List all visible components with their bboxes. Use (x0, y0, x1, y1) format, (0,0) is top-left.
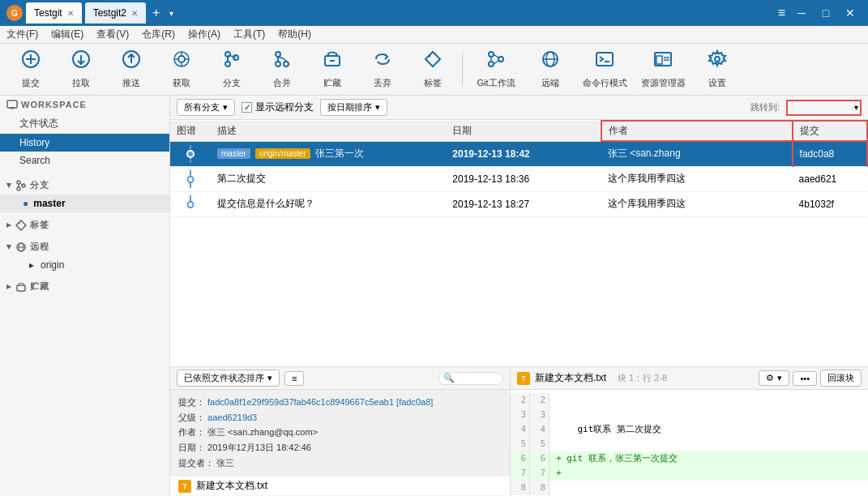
committer-value: 张三 (216, 458, 234, 468)
master-dot-icon: ● (23, 198, 28, 209)
svg-line-31 (494, 61, 498, 64)
diff-line-4: 5 5 (511, 437, 868, 451)
jump-to-label: 跳转到: (750, 101, 780, 113)
file-row-1[interactable]: T 新建文本文档.txt (170, 477, 510, 496)
author-3: 这个库我用季四这 (608, 198, 686, 209)
commit-hash-1: fadc0a8 (800, 148, 835, 160)
workspace-header[interactable]: WORKSPACE (0, 96, 169, 113)
close-button[interactable]: ✕ (839, 5, 862, 21)
commit-line: 提交： fadc0a8f1e29f959d37fab46c1c8949667c5… (178, 395, 502, 410)
tab-testgit2-close[interactable]: ✕ (131, 9, 138, 18)
rollback-btn[interactable]: 回滚块 (820, 370, 862, 387)
sort-by-date-btn[interactable]: 按日期排序 ▾ (320, 99, 387, 116)
rollback-label: 回滚块 (827, 372, 854, 384)
stash-label: 贮藏 (30, 280, 49, 293)
settings-icon (708, 49, 727, 74)
tab-testgit-close[interactable]: ✕ (67, 9, 74, 18)
toolbar-explorer-label: 资源管理器 (641, 77, 686, 89)
svg-point-25 (429, 55, 431, 58)
menu-file[interactable]: 文件(F) (0, 26, 45, 43)
svg-point-28 (498, 57, 503, 62)
diff-content-7 (549, 481, 562, 495)
diff-view: 2 2 3 3 4 4 git联系 第二次提交 (511, 390, 868, 496)
toolbar-gitflow[interactable]: Git工作流 (468, 47, 524, 92)
toolbar-remote[interactable]: 远端 (526, 47, 575, 92)
toolbar-fetch[interactable]: 获取 (157, 47, 206, 92)
hamburger-icon[interactable]: ≡ (775, 2, 789, 24)
sidebar-origin[interactable]: ▸ origin (0, 256, 169, 274)
diff-line-5: 6 6 + git 联系，张三第一次提交 (511, 451, 868, 466)
svg-point-19 (276, 52, 280, 57)
diff-num-left-7: 8 (511, 481, 530, 495)
toolbar-commit[interactable]: 提交 (6, 47, 55, 92)
remote-header[interactable]: ▾ 远程 (0, 237, 169, 256)
sort-status-btn[interactable]: 已依照文件状态排序 ▾ (177, 370, 280, 387)
tab-testgit2[interactable]: Testgit2 ✕ (85, 2, 146, 24)
history-label: History (19, 137, 49, 148)
remote-icon (541, 49, 560, 74)
toolbar-push[interactable]: 推送 (107, 47, 156, 92)
sidebar-master[interactable]: ● master (0, 195, 169, 212)
tags-header[interactable]: ▸ 标签 (0, 216, 169, 234)
diff-line-2: 3 3 (511, 408, 868, 422)
graph-cell-2 (170, 166, 211, 191)
menubar: 文件(F) 编辑(E) 查看(V) 仓库(R) 操作(A) 工具(T) 帮助(H… (0, 26, 868, 44)
menu-tools[interactable]: 工具(T) (227, 26, 272, 43)
toolbar-stash[interactable]: 贮藏 (308, 47, 357, 92)
sidebar-history[interactable]: History (0, 134, 169, 152)
tab-testgit[interactable]: Testgit ✕ (26, 2, 82, 24)
tab-dropdown-icon[interactable]: ▾ (166, 7, 177, 19)
toolbar-terminal-label: 命令行模式 (583, 77, 627, 89)
diff-num-right-6: 7 (530, 466, 549, 481)
bottom-right-panel: T 新建文本文档.txt 块 1：行 2-8 ⚙ ▾ ••• 回滚 (511, 367, 868, 496)
commit-row-2[interactable]: 第二次提交 2019-12-13 18:36 这个库我用季四这 aaed621 (170, 166, 867, 191)
toolbar-gitflow-label: Git工作流 (477, 77, 515, 89)
expand-origin-icon: ▸ (29, 259, 34, 271)
menu-view[interactable]: 查看(V) (90, 26, 135, 43)
menu-help[interactable]: 帮助(H) (272, 26, 318, 43)
commit-row-3[interactable]: 提交信息是什么好呢？ 2019-12-13 18:27 这个库我用季四这 4b1… (170, 191, 867, 216)
toolbar-terminal[interactable]: 命令行模式 (576, 47, 633, 92)
toolbar-settings[interactable]: 设置 (693, 47, 742, 92)
desc-cell-2: 第二次提交 (211, 166, 446, 191)
diff-settings-btn[interactable]: ⚙ ▾ (759, 370, 789, 386)
toolbar-discard[interactable]: 丢弃 (358, 47, 407, 92)
toolbar-tag[interactable]: 标签 (408, 47, 457, 92)
toolbar-branch[interactable]: 分支 (207, 47, 256, 92)
svg-point-9 (178, 56, 185, 62)
show-remote-checkbox[interactable]: ✓ 显示远程分支 (242, 100, 314, 114)
svg-rect-38 (656, 56, 662, 64)
add-tab-button[interactable]: + (149, 6, 163, 20)
svg-text:G: G (11, 9, 18, 18)
branches-header[interactable]: ▾ 分支 (0, 176, 169, 195)
diff-more-btn[interactable]: ••• (793, 371, 817, 386)
toolbar-explorer[interactable]: 资源管理器 (635, 47, 691, 92)
toolbar-pull[interactable]: 拉取 (57, 47, 105, 92)
sidebar-search[interactable]: Search (0, 152, 169, 169)
toolbar-pull-label: 拉取 (72, 77, 90, 89)
col-commit: 提交 (793, 121, 867, 141)
commit-row-1[interactable]: master origin/master 张三第一次 2019-12-13 18… (170, 141, 867, 166)
desc-cell-1: master origin/master 张三第一次 (211, 141, 446, 166)
diff-num-left-1: 2 (511, 393, 530, 408)
diff-num-right-2: 3 (530, 408, 549, 422)
committer-line: 提交者： 张三 (178, 455, 502, 471)
toolbar-merge[interactable]: 合并 (258, 47, 306, 92)
toolbar-push-label: 推送 (122, 77, 140, 89)
parent-line: 父级： aaed6219d3 (178, 410, 502, 425)
menu-repo[interactable]: 仓库(R) (135, 26, 182, 43)
jump-to-input[interactable] (789, 103, 854, 113)
jump-to-dropdown-icon[interactable]: ▾ (854, 103, 858, 112)
minimize-button[interactable]: ─ (790, 5, 813, 21)
sidebar-file-status[interactable]: 文件状态 (0, 113, 169, 134)
master-branch-tag: master (217, 148, 250, 159)
stash-header[interactable]: ▸ 贮藏 (0, 277, 169, 296)
menu-edit[interactable]: 编辑(E) (45, 26, 90, 43)
list-view-btn[interactable]: ≡ (284, 371, 304, 386)
menu-actions[interactable]: 操作(A) (182, 26, 227, 43)
toolbar-tag-label: 标签 (424, 77, 442, 89)
maximize-button[interactable]: □ (815, 5, 837, 21)
list-icon: ≡ (292, 374, 297, 383)
all-branches-btn[interactable]: 所有分支 ▾ (177, 99, 235, 116)
svg-point-21 (284, 62, 289, 66)
